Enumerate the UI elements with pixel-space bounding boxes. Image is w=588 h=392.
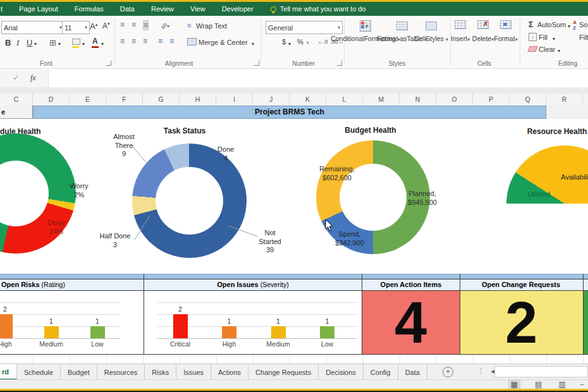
sheet-tab-risks[interactable]: Risks bbox=[145, 364, 176, 380]
enter-check-icon[interactable]: ✓ bbox=[13, 73, 19, 82]
column-header-H[interactable]: H bbox=[180, 94, 216, 106]
column-header-O[interactable]: O bbox=[436, 94, 473, 106]
accounting-format-icon[interactable]: $ bbox=[282, 38, 286, 46]
column-header-J[interactable]: J bbox=[253, 94, 290, 106]
underline-button[interactable]: U bbox=[27, 38, 32, 47]
open-change-requests-cell[interactable]: 2 bbox=[460, 291, 583, 354]
increase-indent-icon[interactable]: ≡ bbox=[169, 37, 174, 46]
column-header-R[interactable]: R bbox=[546, 94, 583, 106]
column-header-G[interactable]: G bbox=[143, 94, 180, 106]
bar-high[interactable] bbox=[222, 326, 236, 338]
sheet-tab-change-requests[interactable]: Change Requests bbox=[248, 364, 319, 380]
increase-decimal-icon[interactable]: ←.0 bbox=[317, 39, 328, 45]
ribbon-tab-developer[interactable]: Developer bbox=[222, 5, 254, 13]
tell-me-box[interactable]: Tell me what you want to do bbox=[271, 5, 366, 13]
ribbon-tab-formulas[interactable]: Formulas bbox=[75, 5, 104, 13]
ribbon-tab-fragment[interactable]: t bbox=[1, 5, 3, 13]
merge-center-icon[interactable] bbox=[187, 38, 197, 46]
horizontal-scrollbar[interactable] bbox=[494, 366, 588, 377]
merge-center-button[interactable]: Merge & Center bbox=[199, 39, 248, 46]
font-color-dropdown-icon[interactable]: ▾ bbox=[101, 41, 104, 47]
ribbon-tab-review[interactable]: Review bbox=[151, 5, 174, 13]
open-issues-chart[interactable]: 2Critical1High1Medium1Low bbox=[144, 291, 362, 354]
column-header-E[interactable]: E bbox=[70, 94, 106, 106]
grow-font-button[interactable]: A▴ bbox=[90, 21, 97, 31]
column-header-K[interactable]: K bbox=[290, 94, 326, 106]
bar-low[interactable] bbox=[90, 326, 105, 338]
bar-low[interactable] bbox=[320, 326, 334, 338]
orientation-icon[interactable]: ab▾ bbox=[161, 21, 169, 29]
empty-cell[interactable] bbox=[546, 106, 588, 119]
sheet-tab-schedule[interactable]: Schedule bbox=[17, 364, 61, 380]
sigma-icon: Σ bbox=[529, 20, 533, 29]
column-header-N[interactable]: N bbox=[400, 94, 436, 106]
bold-button[interactable]: B bbox=[5, 38, 11, 47]
zoom-out-icon[interactable]: − bbox=[580, 381, 584, 388]
sheet-tab-actions[interactable]: Actions bbox=[211, 364, 248, 380]
number-dialog-launcher[interactable] bbox=[337, 61, 342, 66]
bar-medium[interactable] bbox=[44, 326, 59, 338]
align-right-icon[interactable]: ≡ bbox=[143, 37, 147, 46]
open-risks-chart[interactable]: 2High1Medium1Low bbox=[0, 291, 144, 354]
ribbon-tab-page-layout[interactable]: Page Layout bbox=[19, 5, 58, 13]
bar-value-label: 1 bbox=[95, 317, 99, 325]
column-header-L[interactable]: L bbox=[326, 94, 363, 106]
bottom-align-icon[interactable]: ≡ bbox=[143, 20, 149, 30]
column-header-C[interactable]: C bbox=[0, 94, 33, 106]
align-left-icon[interactable]: ≡ bbox=[120, 37, 125, 46]
project-title-cell[interactable]: Project BRMS Tech bbox=[33, 106, 546, 119]
page-break-view-icon[interactable]: ▥ bbox=[556, 381, 567, 389]
shrink-font-button[interactable]: A▾ bbox=[102, 21, 110, 30]
font-size-combo[interactable]: 11 ▾ bbox=[62, 21, 90, 34]
comma-style-icon[interactable]: , bbox=[307, 37, 309, 44]
percent-style-icon[interactable]: % bbox=[297, 38, 303, 46]
column-header-P[interactable]: P bbox=[473, 94, 510, 106]
sheet-tab-issues[interactable]: Issues bbox=[176, 364, 211, 380]
number-format-combo[interactable]: General ▾ bbox=[266, 21, 343, 34]
sheet-tab-decisions[interactable]: Decisions bbox=[319, 364, 364, 380]
open-action-items-cell[interactable]: 4 bbox=[362, 291, 460, 354]
column-header-F[interactable]: F bbox=[106, 94, 143, 106]
formula-input[interactable] bbox=[48, 70, 588, 87]
underline-dropdown-icon[interactable]: ▾ bbox=[34, 41, 37, 47]
bar-value-label: 1 bbox=[49, 317, 53, 325]
sheet-tab-dashboard-active[interactable]: rd bbox=[0, 364, 17, 380]
borders-dropdown-icon[interactable]: ▾ bbox=[58, 41, 61, 47]
sheet-tab-data[interactable]: Data bbox=[398, 364, 427, 380]
borders-icon[interactable]: ⊞ bbox=[49, 38, 56, 47]
decrease-indent-icon[interactable]: ≡ bbox=[158, 37, 162, 46]
font-dialog-launcher[interactable] bbox=[106, 61, 111, 66]
styles-group-label: Styles bbox=[388, 60, 405, 67]
column-header-Q[interactable]: Q bbox=[510, 94, 546, 106]
sheet-tab-budget[interactable]: Budget bbox=[61, 364, 97, 380]
bar-critical[interactable] bbox=[173, 314, 188, 338]
wrap-text-icon[interactable]: ≡ bbox=[187, 21, 191, 29]
italic-button[interactable]: I bbox=[16, 38, 19, 48]
top-align-icon[interactable]: ≡ bbox=[120, 20, 125, 29]
gridline bbox=[0, 338, 120, 339]
bar-medium[interactable] bbox=[271, 326, 286, 338]
new-sheet-button[interactable]: + bbox=[443, 367, 453, 377]
number-group-label: Number bbox=[292, 60, 315, 67]
accounting-dropdown-icon[interactable]: ▾ bbox=[288, 41, 291, 47]
sheet-tab-resources[interactable]: Resources bbox=[97, 364, 145, 380]
sheet-tab-config[interactable]: Config bbox=[364, 364, 398, 380]
fill-color-dropdown-icon[interactable]: ▾ bbox=[82, 41, 85, 47]
left-cell-fragment[interactable]: e bbox=[0, 106, 33, 119]
font-name-combo[interactable]: Arial ▾ bbox=[1, 21, 64, 34]
merge-center-dropdown-icon[interactable]: ▾ bbox=[252, 41, 254, 47]
page-layout-view-icon[interactable]: ▤ bbox=[533, 381, 544, 389]
ribbon-tab-data[interactable]: Data bbox=[120, 5, 135, 13]
normal-view-icon[interactable]: ▦ bbox=[508, 380, 520, 389]
column-header-M[interactable]: M bbox=[363, 94, 400, 106]
insert-function-icon[interactable]: fx bbox=[30, 73, 36, 83]
middle-align-icon[interactable]: ≡ bbox=[132, 20, 136, 29]
bar-high[interactable] bbox=[0, 314, 13, 338]
column-header-D[interactable]: D bbox=[33, 94, 70, 106]
column-header-I[interactable]: I bbox=[216, 94, 253, 106]
align-center-icon[interactable]: ≡ bbox=[132, 37, 136, 46]
alignment-dialog-launcher[interactable] bbox=[254, 61, 259, 66]
ribbon-tab-view[interactable]: View bbox=[190, 5, 205, 13]
wrap-text-button[interactable]: Wrap Text bbox=[196, 22, 227, 30]
sheet-tab-bar: rd ScheduleBudgetResourcesRisksIssuesAct… bbox=[0, 364, 588, 380]
